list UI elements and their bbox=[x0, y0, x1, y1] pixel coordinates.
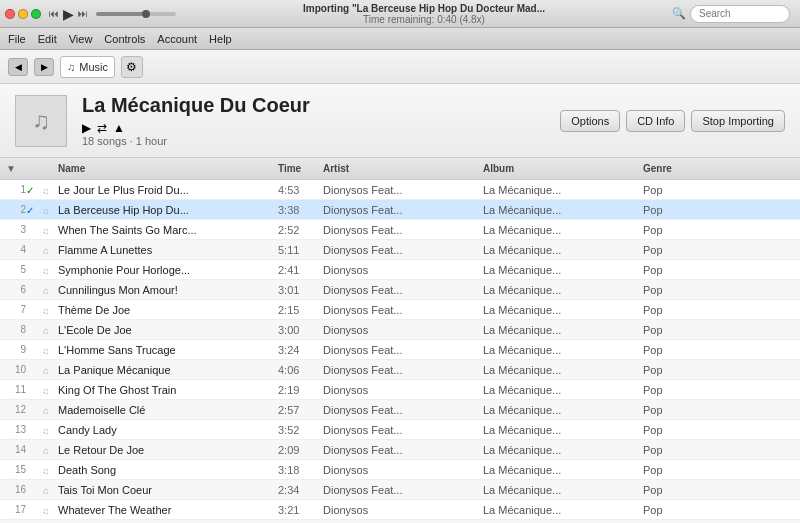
track-row[interactable]: 11 ♫ King Of The Ghost Train 2:19 Dionys… bbox=[0, 380, 800, 400]
track-time: 2:34 bbox=[278, 484, 323, 496]
track-time: 5:11 bbox=[278, 244, 323, 256]
back-button[interactable]: ◀ bbox=[8, 58, 28, 76]
track-row[interactable]: 15 ♫ Death Song 3:18 Dionysos La Mécaniq… bbox=[0, 460, 800, 480]
options-button[interactable]: Options bbox=[560, 110, 620, 132]
menu-view[interactable]: View bbox=[69, 33, 93, 45]
progress-fill bbox=[96, 12, 144, 16]
main-content: ♫ La Mécanique Du Coeur ▶ ⇄ ▲ 18 songs ·… bbox=[0, 84, 800, 523]
add-icon[interactable]: ▲ bbox=[113, 121, 125, 135]
menu-account[interactable]: Account bbox=[157, 33, 197, 45]
close-button[interactable] bbox=[5, 9, 15, 19]
search-input[interactable] bbox=[690, 5, 790, 23]
col-time[interactable]: Time bbox=[278, 163, 323, 174]
track-genre: Pop bbox=[643, 504, 703, 516]
menu-help[interactable]: Help bbox=[209, 33, 232, 45]
track-note-icon: ♫ bbox=[42, 364, 58, 376]
shuffle-icon[interactable]: ⇄ bbox=[97, 121, 107, 135]
rewind-button[interactable]: ⏮ bbox=[49, 8, 59, 19]
track-row[interactable]: 6 ♫ Cunnilingus Mon Amour! 3:01 Dionysos… bbox=[0, 280, 800, 300]
maximize-button[interactable] bbox=[31, 9, 41, 19]
track-note-icon: ♫ bbox=[42, 184, 58, 196]
track-artist: Dionysos Feat... bbox=[323, 304, 483, 316]
track-album: La Mécanique... bbox=[483, 344, 643, 356]
track-row[interactable]: 1 ✓ ♫ Le Jour Le Plus Froid Du... 4:53 D… bbox=[0, 180, 800, 200]
stop-importing-button[interactable]: Stop Importing bbox=[691, 110, 785, 132]
track-name: Thème De Joe bbox=[58, 304, 278, 316]
minimize-button[interactable] bbox=[18, 9, 28, 19]
album-header: ♫ La Mécanique Du Coeur ▶ ⇄ ▲ 18 songs ·… bbox=[0, 84, 800, 158]
track-note-icon: ♫ bbox=[42, 464, 58, 476]
track-row[interactable]: 4 ♫ Flamme A Lunettes 5:11 Dionysos Feat… bbox=[0, 240, 800, 260]
track-row[interactable]: 3 ♫ When The Saints Go Marc... 2:52 Dion… bbox=[0, 220, 800, 240]
track-note-icon: ♫ bbox=[42, 304, 58, 316]
track-row[interactable]: 2 ✓ ♫ La Berceuse Hip Hop Du... 3:38 Dio… bbox=[0, 200, 800, 220]
col-album[interactable]: Album bbox=[483, 163, 643, 174]
track-artist: Dionysos Feat... bbox=[323, 244, 483, 256]
track-genre: Pop bbox=[643, 424, 703, 436]
action-buttons: Options CD Info Stop Importing bbox=[560, 110, 785, 132]
track-note-icon: ♫ bbox=[42, 244, 58, 256]
menu-file[interactable]: File bbox=[8, 33, 26, 45]
track-note-icon: ♫ bbox=[42, 264, 58, 276]
track-genre: Pop bbox=[643, 304, 703, 316]
track-note-icon: ♫ bbox=[42, 484, 58, 496]
track-number: 11 bbox=[6, 384, 26, 395]
cd-info-button[interactable]: CD Info bbox=[626, 110, 685, 132]
col-genre[interactable]: Genre bbox=[643, 163, 703, 174]
track-row[interactable]: 14 ♫ Le Retour De Joe 2:09 Dionysos Feat… bbox=[0, 440, 800, 460]
track-number: 9 bbox=[6, 344, 26, 355]
track-name: Cunnilingus Mon Amour! bbox=[58, 284, 278, 296]
menu-edit[interactable]: Edit bbox=[38, 33, 57, 45]
track-note-icon: ♫ bbox=[42, 224, 58, 236]
track-row[interactable]: 16 ♫ Tais Toi Mon Coeur 2:34 Dionysos Fe… bbox=[0, 480, 800, 500]
track-genre: Pop bbox=[643, 264, 703, 276]
play-album-icon[interactable]: ▶ bbox=[82, 121, 91, 135]
track-number: 4 bbox=[6, 244, 26, 255]
music-note-icon: ♫ bbox=[67, 61, 75, 73]
track-note-icon: ♫ bbox=[42, 284, 58, 296]
track-note-icon: ♫ bbox=[42, 424, 58, 436]
track-row[interactable]: 10 ♫ La Panique Mécanique 4:06 Dionysos … bbox=[0, 360, 800, 380]
breadcrumb: ♫ Music bbox=[60, 56, 115, 78]
track-note-icon: ♫ bbox=[42, 404, 58, 416]
play-button[interactable]: ▶ bbox=[63, 6, 74, 22]
track-album: La Mécanique... bbox=[483, 404, 643, 416]
track-row[interactable]: 9 ♫ L'Homme Sans Trucage 3:24 Dionysos F… bbox=[0, 340, 800, 360]
track-name: When The Saints Go Marc... bbox=[58, 224, 278, 236]
track-number: 5 bbox=[6, 264, 26, 275]
time-remaining: Time remaining: 0:40 (4.8x) bbox=[176, 14, 672, 25]
track-album: La Mécanique... bbox=[483, 484, 643, 496]
track-genre: Pop bbox=[643, 404, 703, 416]
track-row[interactable]: 12 ♫ Mademoiselle Clé 2:57 Dionysos Feat… bbox=[0, 400, 800, 420]
track-number: 8 bbox=[6, 324, 26, 335]
progress-track[interactable] bbox=[96, 12, 176, 16]
settings-button[interactable]: ⚙ bbox=[121, 56, 143, 78]
fast-forward-button[interactable]: ⏭ bbox=[78, 8, 88, 19]
track-genre: Pop bbox=[643, 364, 703, 376]
track-row[interactable]: 13 ♫ Candy Lady 3:52 Dionysos Feat... La… bbox=[0, 420, 800, 440]
track-list-header: ▼ Name Time Artist Album Genre bbox=[0, 158, 800, 180]
track-row[interactable]: 8 ♫ L'Ecole De Joe 3:00 Dionysos La Méca… bbox=[0, 320, 800, 340]
track-number: 16 bbox=[6, 484, 26, 495]
track-time: 3:00 bbox=[278, 324, 323, 336]
track-album: La Mécanique... bbox=[483, 244, 643, 256]
track-number: 7 bbox=[6, 304, 26, 315]
col-name[interactable]: Name bbox=[58, 163, 278, 174]
menu-controls[interactable]: Controls bbox=[104, 33, 145, 45]
col-artist[interactable]: Artist bbox=[323, 163, 483, 174]
import-info: Importing "La Berceuse Hip Hop Du Docteu… bbox=[176, 3, 672, 25]
track-number: 3 bbox=[6, 224, 26, 235]
track-row[interactable]: 17 ♫ Whatever The Weather 3:21 Dionysos … bbox=[0, 500, 800, 520]
track-row[interactable]: 7 ♫ Thème De Joe 2:15 Dionysos Feat... L… bbox=[0, 300, 800, 320]
track-number: 15 bbox=[6, 464, 26, 475]
track-album: La Mécanique... bbox=[483, 204, 643, 216]
forward-button[interactable]: ▶ bbox=[34, 58, 54, 76]
track-album: La Mécanique... bbox=[483, 444, 643, 456]
track-name: Mademoiselle Clé bbox=[58, 404, 278, 416]
track-row[interactable]: 5 ♫ Symphonie Pour Horloge... 2:41 Diony… bbox=[0, 260, 800, 280]
track-genre: Pop bbox=[643, 224, 703, 236]
track-artist: Dionysos Feat... bbox=[323, 284, 483, 296]
progress-thumb bbox=[142, 10, 150, 18]
track-number: 12 bbox=[6, 404, 26, 415]
track-status-check: ✓ bbox=[26, 204, 42, 216]
